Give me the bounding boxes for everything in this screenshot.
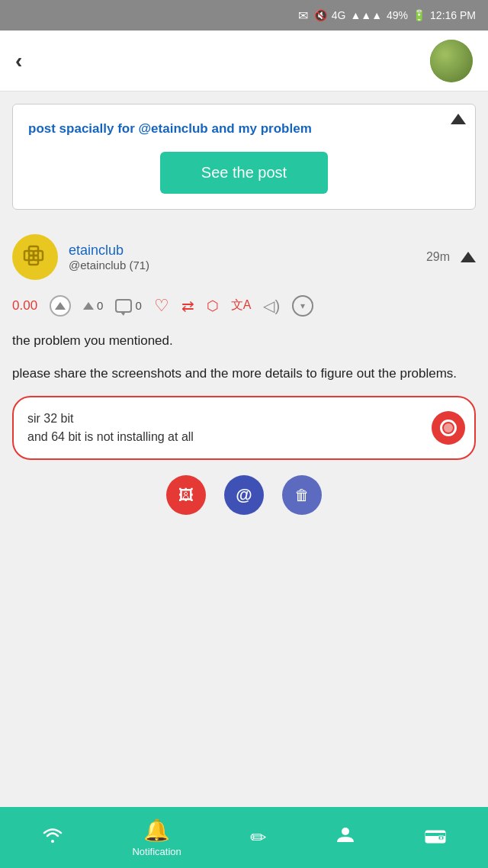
mention-button[interactable]: @: [224, 475, 264, 515]
battery-icon: 🔋: [413, 9, 425, 21]
notification-icon-wrapper: 🔔: [143, 818, 170, 843]
nav-compose[interactable]: ✏: [250, 826, 267, 850]
svg-point-0: [18, 240, 52, 274]
bottom-nav: 🔔 Notification ✏: [0, 807, 488, 868]
mute-icon: 🔇: [314, 9, 327, 21]
upvote-arrow-icon: [55, 302, 66, 310]
time-ago: 29m: [426, 250, 450, 264]
upvote-count: 0: [97, 299, 103, 312]
comment-meta: 29m: [426, 250, 476, 264]
network-indicator: 4G: [332, 9, 346, 21]
battery-indicator: 49%: [387, 9, 408, 21]
quoted-line1: sir 32 bit: [27, 412, 73, 425]
share-button[interactable]: ⬡: [207, 297, 219, 314]
nav-profile[interactable]: [336, 825, 355, 850]
action-bar: 0.00 0 0 ♡ ⇄ ⬡ 文A ◁) ▾: [12, 288, 476, 324]
person-icon: [336, 825, 355, 850]
nav-wallet[interactable]: [425, 826, 446, 850]
signal-bars: ▲▲▲: [350, 9, 382, 21]
translate-button[interactable]: 文A: [231, 297, 252, 313]
record-icon: [440, 420, 457, 436]
post-card-title: post spacially for @etainclub and my pro…: [28, 120, 460, 138]
user-avatar[interactable]: [12, 234, 58, 280]
comment-body-line2: please share the screenshots and the mor…: [12, 363, 476, 384]
delete-button[interactable]: 🗑: [282, 475, 322, 515]
quoted-text: sir 32 bit and 64 bit is not installing …: [27, 410, 435, 446]
nav-notification[interactable]: 🔔 Notification: [132, 818, 181, 857]
image-insert-button[interactable]: 🖼: [166, 475, 206, 515]
nav-feed[interactable]: [42, 826, 63, 850]
comment-bubble-icon: [115, 299, 132, 313]
svg-point-9: [440, 837, 442, 839]
comment-header: etainclub @etainclub (71) 29m: [12, 234, 476, 280]
etainclub-logo-icon: [18, 240, 52, 274]
profile-avatar[interactable]: [430, 40, 473, 82]
collapse-comment-button[interactable]: [461, 252, 476, 262]
record-reply-button[interactable]: [432, 411, 465, 445]
trash-icon: 🗑: [294, 487, 310, 504]
quoted-reply-box: sir 32 bit and 64 bit is not installing …: [12, 396, 476, 460]
back-button[interactable]: ‹: [15, 49, 22, 73]
comment-body-line1: the problem you mentioned.: [12, 330, 476, 351]
upvote-count-display: 0: [83, 299, 103, 312]
section-divider: [12, 225, 476, 234]
status-bar: ✉ 🔇 4G ▲▲▲ 49% 🔋 12:16 PM: [0, 0, 488, 31]
image-icon: 🖼: [178, 487, 194, 504]
main-content: post spacially for @etainclub and my pro…: [0, 92, 488, 599]
mail-icon: ✉: [298, 8, 308, 23]
vote-score: 0.00: [12, 298, 37, 313]
heart-button[interactable]: ♡: [154, 296, 169, 316]
top-nav: ‹: [0, 31, 488, 92]
collapse-arrow-top[interactable]: [451, 114, 466, 124]
comment-count-display: 0: [115, 299, 141, 313]
time-display: 12:16 PM: [430, 9, 476, 21]
quoted-line2: and 64 bit is not installing at all: [27, 430, 194, 443]
username[interactable]: etainclub: [69, 243, 149, 259]
upvote-count-icon: [83, 302, 94, 310]
svg-point-5: [342, 828, 349, 835]
see-post-button[interactable]: See the post: [160, 152, 328, 194]
post-card: post spacially for @etainclub and my pro…: [12, 104, 476, 210]
wallet-icon: [425, 826, 446, 850]
upvote-button[interactable]: [50, 295, 71, 317]
input-actions: 🖼 @ 🗑: [12, 475, 476, 515]
comment-count: 0: [135, 299, 141, 312]
pencil-icon: ✏: [250, 826, 267, 850]
wifi-icon: [42, 826, 63, 850]
user-handle: @etainclub (71): [69, 259, 149, 272]
username-block: etainclub @etainclub (71): [69, 243, 149, 272]
comment-section: etainclub @etainclub (71) 29m 0.00 0 0: [12, 234, 476, 515]
notification-label: Notification: [132, 846, 181, 857]
at-icon: @: [236, 485, 252, 505]
user-info: etainclub @etainclub (71): [12, 234, 149, 280]
bell-icon: 🔔: [143, 818, 170, 842]
volume-button[interactable]: ◁): [263, 297, 280, 315]
svg-rect-7: [425, 833, 445, 836]
retweet-button[interactable]: ⇄: [181, 297, 194, 315]
more-button[interactable]: ▾: [292, 295, 313, 317]
more-chevron-icon: ▾: [300, 301, 305, 311]
